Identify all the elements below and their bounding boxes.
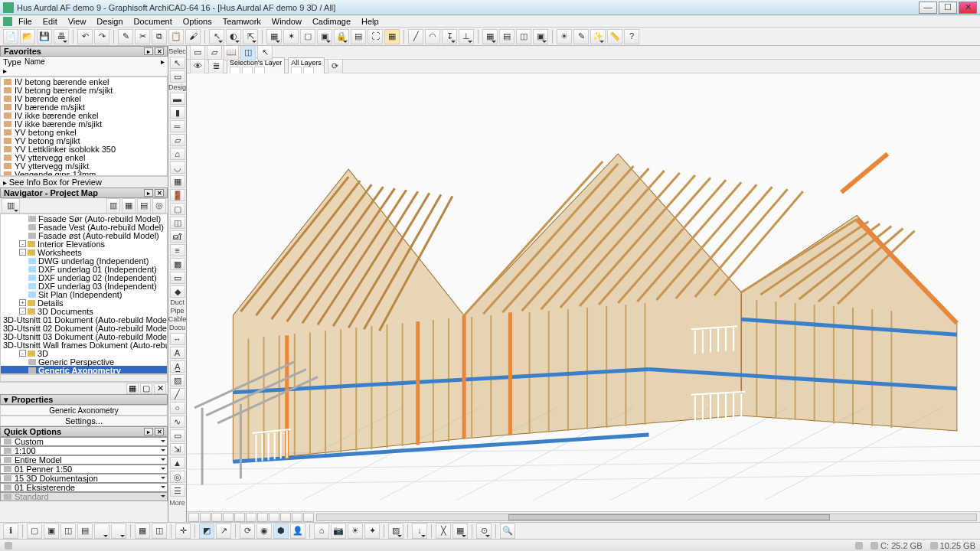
quickoptions-close-icon[interactable]: ✕ [155,428,164,435]
dimension-tool[interactable]: ↔ [170,333,185,345]
favorites-list[interactable]: IV betong bærende enkelIV betong bærende… [0,77,168,176]
view-nav-arrow[interactable]: ↖ [257,46,273,60]
viewport-hscroll[interactable] [316,514,977,521]
label-tool[interactable]: A̲ [170,360,185,373]
snap-guides-icon[interactable]: ╳ [436,523,451,539]
display-order-button[interactable]: ▤ [351,29,366,44]
tree-item[interactable]: -3D Documents [1,307,167,315]
app-menu-icon[interactable] [3,17,12,26]
tree-item[interactable]: Fasade øst (Auto-rebuild Model) [1,231,167,240]
snap-grid-icon[interactable]: ▦ [452,523,468,539]
zoom-prev-icon[interactable] [234,513,245,522]
favorite-item[interactable]: Veggende gips 13mm [1,170,167,176]
door-tool[interactable]: 🚪 [170,189,185,201]
orbit-icon[interactable] [269,513,279,522]
zoom-scale-icon[interactable] [303,513,314,522]
3d-explore-icon[interactable]: ↗ [216,523,231,539]
favorite-item[interactable]: YV yttervegg enkel [1,153,167,161]
navigator-projectmap-icon[interactable]: ▥ [106,198,120,214]
tree-toggle-icon[interactable]: - [19,308,26,315]
favorite-item[interactable]: IV betong bærende m/sjikt [1,86,167,94]
tree-item[interactable]: Sit Plan (Independent) [1,290,167,298]
dispopt-folder-icon[interactable]: ▢ [140,383,152,394]
zoom-page-icon[interactable] [188,513,199,522]
menu-options[interactable]: Options [178,17,217,26]
3d-render-icon[interactable]: ✦ [364,523,380,539]
help-cursor-button[interactable]: ? [624,29,639,44]
tree-item[interactable]: -Interior Elevations [1,240,167,248]
tree-item[interactable]: DWG underlag (Independent) [1,256,167,265]
minimize-button[interactable]: — [919,2,937,14]
quickoption-row[interactable]: Entire Model [0,455,168,465]
tree-item[interactable]: +Details [1,298,167,307]
properties-header[interactable]: ▾Properties [0,394,168,405]
arc-tool-button[interactable]: ◠ [425,29,440,44]
menu-cadimage[interactable]: Cadimage [308,17,355,26]
menu-window[interactable]: Window [267,17,306,26]
window-tool[interactable]: ▢ [170,203,185,215]
mesh-tool[interactable]: ▩ [170,258,185,270]
tree-toggle-icon[interactable]: + [19,299,26,306]
curtainwall-tool[interactable]: ▦ [170,175,185,187]
zoom-opts-icon[interactable] [280,513,291,522]
navigator-tree[interactable]: Fasade Sør (Auto-rebuild Model)Fasade Ve… [0,214,168,374]
tool-more-label[interactable]: More [169,499,185,507]
group-suspend-button[interactable]: ▦ [266,29,282,44]
menu-teamwork[interactable]: Teamwork [218,17,266,26]
3d-style-icon[interactable]: ▨ [388,523,403,539]
copy-button[interactable]: ⧉ [152,29,167,44]
dispopt-grid-icon[interactable]: ▦ [126,383,139,394]
roof-tool[interactable]: ⌂ [170,148,185,160]
navigator-header[interactable]: Navigator - Project Map ▸ ✕ [0,187,168,198]
favorites-close-icon[interactable]: ✕ [155,47,164,55]
tree-toggle-icon[interactable]: - [19,350,26,357]
3d-persp-icon[interactable]: ⬢ [273,523,289,539]
drawing-tool[interactable]: ▭ [170,429,185,442]
quickoption-row[interactable]: 01 Eksisterende [0,483,168,492]
navigator-viewmap-icon[interactable]: ▦ [122,198,136,214]
tree-item[interactable]: 3D-Utsnitt 03 Dokument (Auto-rebuild Mod… [1,332,167,341]
redo-button[interactable]: ↷ [94,29,109,44]
trace-button[interactable]: ▦ [384,29,400,44]
favorite-item[interactable]: IV ikke bærende m/sjikt [1,119,167,128]
navigator-chooser-button[interactable]: ▥ [2,198,20,214]
window-layout-icon[interactable]: ▤ [77,523,93,539]
snap-button[interactable]: ◐ [226,29,241,44]
column-tool[interactable]: ▮ [170,106,185,119]
window-floor-icon[interactable]: ▢ [27,523,42,539]
slab-tool[interactable]: ▱ [170,134,185,146]
section-tool[interactable]: ⇲ [170,443,185,455]
tree-item[interactable]: -3D [1,349,167,357]
tree-item[interactable]: Fasade Vest (Auto-rebuild Model) [1,223,167,231]
3d-sun-icon[interactable]: ☀ [348,523,363,539]
group-button[interactable]: ▢ [300,29,315,44]
window-schedule-icon[interactable] [94,523,109,539]
favorite-item[interactable]: YV betong m/sjikt [1,136,167,145]
tree-item[interactable]: DXF underlag 03 (Independent) [1,282,167,290]
menu-help[interactable]: Help [357,17,384,26]
tree-item[interactable]: DXF underlag 02 (Independent) [1,273,167,282]
undo-button[interactable]: ↶ [77,29,93,44]
zone-tool[interactable]: ▭ [170,272,185,284]
favorite-item[interactable]: YV betong enkel [1,128,167,136]
origin-icon[interactable]: ✛ [175,523,191,539]
detail-tool[interactable]: ◎ [170,471,185,483]
save-button[interactable]: 💾 [37,29,52,44]
palette-toggle-2[interactable]: ◫ [152,523,167,539]
plot-button[interactable]: 🖶 [54,29,69,44]
view-nav-book[interactable]: 📖 [224,46,239,60]
favorites-header[interactable]: Favorites ▸ ✕ [0,46,168,57]
ungroup-button[interactable]: ▣ [317,29,332,44]
status-reload-icon[interactable] [855,542,863,549]
trace-ref-button[interactable]: ▦ [482,29,498,44]
3d-viewport[interactable] [187,73,980,511]
properties-settings-button[interactable]: Settings...▸ [0,416,168,426]
trim-button[interactable]: ⊥ [459,29,474,44]
window-3d-icon[interactable]: ◫ [60,523,76,539]
favorite-item[interactable]: IV betong bærende enkel [1,77,167,86]
pan-icon[interactable] [257,513,268,522]
open-button[interactable]: 📂 [20,29,35,44]
menu-file[interactable]: File [14,17,37,26]
pen-button[interactable]: ✎ [573,29,589,44]
circle-tool[interactable]: ○ [170,402,185,414]
